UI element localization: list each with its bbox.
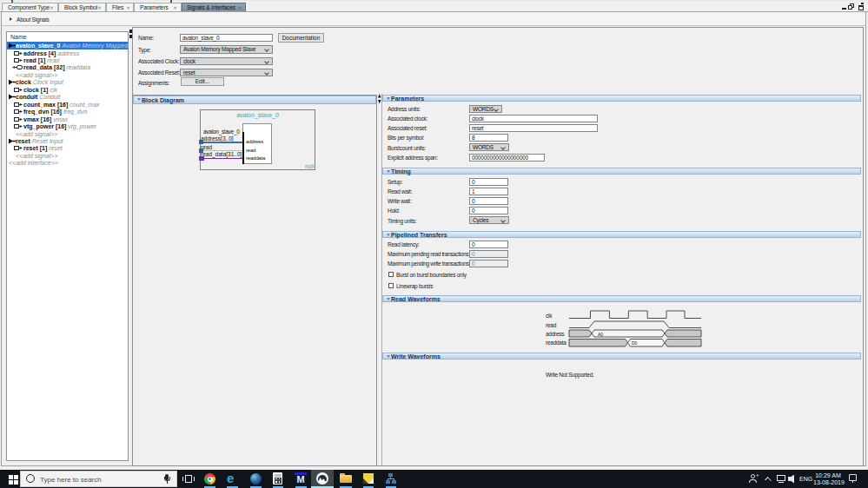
svg-text:D0: D0 xyxy=(632,340,638,346)
svg-text:A0: A0 xyxy=(598,332,603,337)
